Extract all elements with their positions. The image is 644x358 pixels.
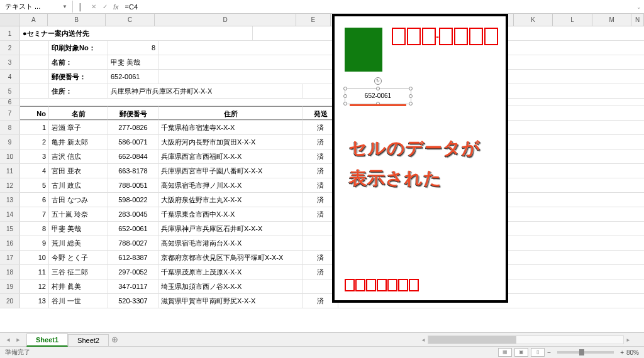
resize-handle[interactable] <box>343 94 347 98</box>
zoom-out-icon[interactable]: − <box>547 349 551 356</box>
col-header[interactable]: K <box>514 14 553 26</box>
row-header[interactable]: 7 <box>0 106 20 120</box>
cell-name[interactable]: 岩瀬 章子 <box>49 121 108 134</box>
resize-handle[interactable] <box>343 87 347 90</box>
resize-handle[interactable] <box>409 87 413 90</box>
view-normal-icon[interactable]: ▦ <box>498 348 512 357</box>
cell-name[interactable]: 今野 とく子 <box>49 251 108 264</box>
row-header[interactable]: 13 <box>0 193 20 207</box>
cell-zip[interactable]: 277-0826 <box>108 121 158 134</box>
label-cell[interactable]: 郵便番号： <box>49 70 108 84</box>
row-header[interactable]: 3 <box>0 55 20 69</box>
row-header[interactable]: 4 <box>0 70 20 84</box>
row-header[interactable]: 18 <box>0 265 20 279</box>
rotate-handle-icon[interactable]: ↻ <box>374 77 382 85</box>
value-cell[interactable]: 652-0061 <box>108 70 158 84</box>
cell-no[interactable]: 12 <box>20 279 49 293</box>
add-sheet-icon[interactable]: ⊕ <box>109 335 121 344</box>
row-header[interactable]: 9 <box>0 135 20 149</box>
chevron-down-icon[interactable]: ▼ <box>62 4 67 9</box>
row-header[interactable]: 15 <box>0 222 20 236</box>
col-header[interactable]: L <box>553 14 592 26</box>
label-cell[interactable]: 名前： <box>49 55 108 69</box>
cell-zip[interactable]: 283-0045 <box>108 207 158 221</box>
th-addr[interactable]: 住所 <box>158 106 303 120</box>
cell-addr[interactable]: 埼玉県加須市西ノ谷X-X-X <box>158 279 303 293</box>
cell-zip[interactable]: 662-0844 <box>108 149 158 163</box>
cell-addr[interactable]: 兵庫県西宮市西福町X-X-X <box>158 149 303 163</box>
cell-no[interactable]: 3 <box>20 149 49 163</box>
enter-icon[interactable]: ✓ <box>99 3 111 10</box>
resize-handle[interactable] <box>343 102 347 106</box>
cell-zip[interactable]: 520-3307 <box>108 294 158 308</box>
cell-no[interactable]: 2 <box>20 135 49 149</box>
row-header[interactable]: 10 <box>0 149 20 163</box>
row-header[interactable]: 2 <box>0 41 20 55</box>
horizontal-scrollbar[interactable]: ◄ ► <box>419 335 633 345</box>
row-header[interactable]: 19 <box>0 279 20 293</box>
row-header[interactable]: 20 <box>0 294 20 308</box>
cell-no[interactable]: 5 <box>20 178 49 192</box>
scroll-left-icon[interactable]: ◄ <box>419 337 428 343</box>
cell-no[interactable]: 1 <box>20 121 49 134</box>
label-cell[interactable]: 住所： <box>49 84 108 98</box>
cell-no[interactable]: 6 <box>20 193 49 207</box>
zoom-slider[interactable] <box>557 351 614 354</box>
tab-sheet2[interactable]: Sheet2 <box>68 334 109 346</box>
selected-textbox[interactable]: 652-0061 ↻ <box>345 88 411 104</box>
resize-handle[interactable] <box>409 94 413 98</box>
cell-zip[interactable]: 586-0071 <box>108 135 158 149</box>
select-all-corner[interactable] <box>0 14 19 26</box>
tab-scroll-left-icon[interactable]: ◄ <box>4 337 13 343</box>
zoom-level[interactable]: 80% <box>626 349 639 356</box>
cell-addr[interactable]: 滋賀県甲賀市甲南町野尻X-X-X <box>158 294 303 308</box>
resize-handle[interactable] <box>409 102 413 106</box>
cell-zip[interactable]: 652-0061 <box>108 222 158 236</box>
col-header[interactable]: B <box>48 14 106 26</box>
cell-addr[interactable]: 京都府京都市伏見区下鳥羽平塚町X-X-X <box>158 251 303 264</box>
cell-name[interactable]: 村井 眞美 <box>49 279 108 293</box>
cell-zip[interactable]: 788-0027 <box>108 236 158 250</box>
cell-no[interactable]: 4 <box>20 164 49 178</box>
cell-zip[interactable]: 598-0022 <box>108 193 158 207</box>
cell-no[interactable]: 11 <box>20 265 49 279</box>
tab-sheet1[interactable]: Sheet1 <box>26 334 68 347</box>
cell-name[interactable]: 荒川 総美 <box>49 236 108 250</box>
cell-no[interactable]: 13 <box>20 294 49 308</box>
col-header[interactable]: N <box>631 14 644 26</box>
col-header[interactable]: M <box>592 14 632 26</box>
name-box[interactable]: テキスト ... ▼ <box>0 1 73 13</box>
expand-formula-bar-icon[interactable]: ⌄ <box>634 4 644 10</box>
value-cell[interactable]: 兵庫県神戸市兵庫区石井町X-X-X <box>108 84 303 98</box>
scroll-thumb[interactable] <box>428 336 516 344</box>
cell-addr[interactable]: 大阪府泉佐野市土丸X-X-X <box>158 193 303 207</box>
cell-addr[interactable]: 兵庫県西宮市甲子園八番町X-X-X <box>158 164 303 178</box>
th-no[interactable]: No <box>20 106 49 120</box>
cell-zip[interactable]: 612-8387 <box>108 251 158 264</box>
cell-addr[interactable]: 千葉県柏市宿連寺X-X-X <box>158 121 303 134</box>
view-pagelayout-icon[interactable]: ▣ <box>514 348 528 357</box>
row-header[interactable]: 12 <box>0 178 20 192</box>
cell-name[interactable]: 甲斐 美哉 <box>49 222 108 236</box>
scroll-right-icon[interactable]: ► <box>624 337 633 343</box>
cell-addr[interactable]: 千葉県茂原市上茂原X-X-X <box>158 265 303 279</box>
th-zip[interactable]: 郵便番号 <box>108 106 158 120</box>
cell-name[interactable]: 古川 政広 <box>49 178 108 192</box>
title-cell[interactable]: ●セミナー案内送付先 <box>20 26 253 40</box>
value-cell[interactable]: 8 <box>108 41 158 55</box>
cell-addr[interactable]: 高知県宿毛市押ノ川X-X-X <box>158 178 303 192</box>
row-header[interactable]: 5 <box>0 84 20 98</box>
scroll-track[interactable] <box>428 335 624 344</box>
col-header[interactable]: A <box>19 14 48 26</box>
resize-handle[interactable] <box>376 87 380 90</box>
cell-addr[interactable]: 大阪府河内長野市加賀田X-X-X <box>158 135 303 149</box>
cell-name[interactable]: 五十嵐 玲奈 <box>49 207 108 221</box>
cell-no[interactable]: 9 <box>20 236 49 250</box>
label-cell[interactable]: 印刷対象No： <box>49 41 108 55</box>
cell-addr[interactable]: 千葉県東金市西中X-X-X <box>158 207 303 221</box>
col-header[interactable]: C <box>106 14 155 26</box>
row-header[interactable]: 1 <box>0 26 20 40</box>
cell-name[interactable]: 古田 なつみ <box>49 193 108 207</box>
view-pagebreak-icon[interactable]: ▯ <box>531 348 545 357</box>
cell-no[interactable]: 10 <box>20 251 49 264</box>
